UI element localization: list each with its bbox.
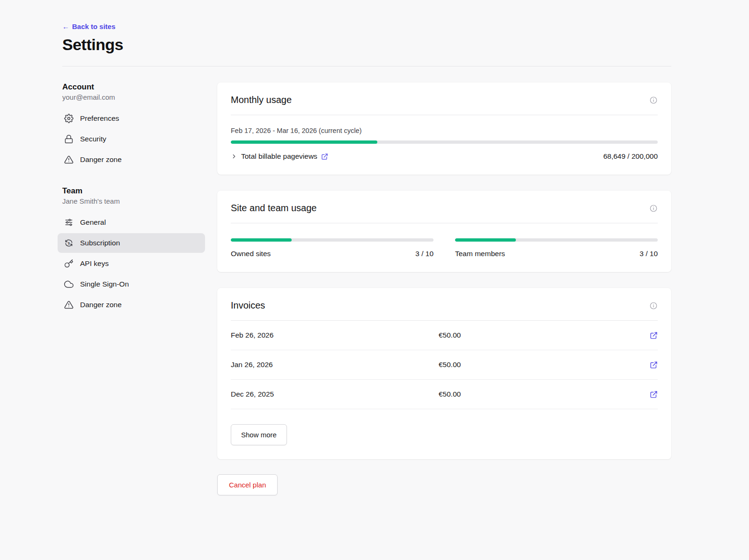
team-members-progress-bar bbox=[455, 238, 658, 242]
team-members-value: 3 / 10 bbox=[639, 250, 658, 258]
invoice-external-link-icon[interactable] bbox=[650, 361, 658, 369]
invoice-date: Feb 26, 2026 bbox=[231, 331, 439, 339]
sliders-icon bbox=[64, 218, 73, 227]
header-divider bbox=[62, 66, 671, 66]
pageviews-progress-bar bbox=[231, 140, 658, 144]
settings-main: Monthly usage Feb 17, 2026 - Mar 16, 202… bbox=[217, 82, 671, 495]
sidebar-item-single-sign-on[interactable]: Single Sign-On bbox=[58, 274, 205, 294]
sidebar-item-label: Danger zone bbox=[80, 155, 122, 164]
owned-sites-meter: Owned sites 3 / 10 bbox=[231, 238, 433, 258]
pageviews-value: 68,649 / 200,000 bbox=[603, 152, 658, 161]
invoice-date: Jan 26, 2026 bbox=[231, 361, 439, 369]
sidebar-item-team-danger-zone[interactable]: Danger zone bbox=[58, 295, 205, 315]
warning-icon bbox=[64, 155, 73, 164]
cloud-icon bbox=[64, 280, 73, 289]
sidebar-item-account-danger-zone[interactable]: Danger zone bbox=[58, 150, 205, 169]
svg-text:$: $ bbox=[68, 241, 70, 245]
invoice-amount: €50.00 bbox=[439, 390, 646, 398]
warning-icon bbox=[64, 300, 73, 309]
lock-icon bbox=[64, 134, 73, 144]
sidebar-item-label: General bbox=[80, 218, 106, 227]
settings-sidebar: Account your@email.com Preferences Secur… bbox=[62, 82, 205, 495]
sidebar-item-general[interactable]: General bbox=[58, 213, 205, 232]
external-link-icon[interactable] bbox=[321, 153, 328, 160]
sidebar-item-label: API keys bbox=[80, 259, 109, 268]
site-team-usage-card: Site and team usage Owned sites 3 / 10 bbox=[217, 191, 671, 272]
sidebar-item-api-keys[interactable]: API keys bbox=[58, 254, 205, 273]
team-members-progress-fill bbox=[455, 238, 516, 242]
invoice-external-link-icon[interactable] bbox=[650, 391, 658, 398]
account-heading: Account bbox=[62, 82, 205, 92]
chevron-right-icon bbox=[231, 153, 237, 160]
team-members-label: Team members bbox=[455, 250, 505, 258]
key-icon bbox=[64, 259, 73, 268]
info-icon[interactable] bbox=[649, 302, 658, 310]
billing-cycle-text: Feb 17, 2026 - Mar 16, 2026 (current cyc… bbox=[231, 127, 658, 134]
pageviews-label: Total billable pageviews bbox=[241, 152, 317, 161]
invoice-row: Dec 26, 2025 €50.00 bbox=[231, 380, 658, 409]
currency-circulation-icon: $ bbox=[64, 238, 73, 248]
back-arrow-icon: ← bbox=[62, 22, 69, 30]
sidebar-item-label: Single Sign-On bbox=[80, 280, 129, 288]
invoice-external-link-icon[interactable] bbox=[650, 332, 658, 339]
page-title: Settings bbox=[62, 36, 671, 54]
card-divider bbox=[231, 223, 658, 223]
total-billable-pageviews-toggle[interactable]: Total billable pageviews bbox=[231, 152, 328, 161]
site-team-usage-title: Site and team usage bbox=[231, 203, 316, 214]
invoice-amount: €50.00 bbox=[439, 361, 646, 369]
sidebar-item-label: Subscription bbox=[80, 239, 120, 247]
pageviews-progress-fill bbox=[231, 140, 377, 144]
monthly-usage-title: Monthly usage bbox=[231, 95, 292, 105]
back-link-label: Back to sites bbox=[72, 22, 116, 30]
settings-page: ← Back to sites Settings Account your@em… bbox=[0, 0, 749, 560]
invoice-row: Jan 26, 2026 €50.00 bbox=[231, 350, 658, 380]
owned-sites-value: 3 / 10 bbox=[415, 250, 433, 258]
owned-sites-label: Owned sites bbox=[231, 250, 271, 258]
invoices-title: Invoices bbox=[231, 300, 265, 311]
sidebar-item-label: Danger zone bbox=[80, 301, 122, 309]
card-divider bbox=[231, 115, 658, 115]
team-heading: Team bbox=[62, 186, 205, 196]
team-name: Jane Smith's team bbox=[62, 197, 205, 205]
info-icon[interactable] bbox=[649, 204, 658, 213]
owned-sites-progress-bar bbox=[231, 238, 433, 242]
sidebar-item-label: Preferences bbox=[80, 114, 119, 123]
invoice-row: Feb 26, 2026 €50.00 bbox=[231, 321, 658, 350]
owned-sites-progress-fill bbox=[231, 238, 292, 242]
sidebar-item-preferences[interactable]: Preferences bbox=[58, 109, 205, 128]
show-more-button[interactable]: Show more bbox=[231, 424, 287, 445]
info-icon[interactable] bbox=[649, 96, 658, 104]
sidebar-item-security[interactable]: Security bbox=[58, 129, 205, 149]
cancel-plan-button[interactable]: Cancel plan bbox=[217, 474, 278, 495]
account-section: Account your@email.com Preferences Secur… bbox=[62, 82, 205, 169]
team-members-meter: Team members 3 / 10 bbox=[455, 238, 658, 258]
monthly-usage-card: Monthly usage Feb 17, 2026 - Mar 16, 202… bbox=[217, 82, 671, 175]
sidebar-item-label: Security bbox=[80, 135, 106, 143]
invoices-card: Invoices Feb 26, 2026 €50.00 Jan 26, 202… bbox=[217, 288, 671, 459]
invoice-amount: €50.00 bbox=[439, 331, 646, 339]
account-email: your@email.com bbox=[62, 93, 205, 101]
back-to-sites-link[interactable]: ← Back to sites bbox=[62, 22, 116, 30]
invoice-date: Dec 26, 2025 bbox=[231, 390, 439, 398]
team-section: Team Jane Smith's team General $ Subscri… bbox=[62, 186, 205, 315]
sidebar-item-subscription[interactable]: $ Subscription bbox=[58, 233, 205, 253]
gear-icon bbox=[64, 114, 73, 123]
